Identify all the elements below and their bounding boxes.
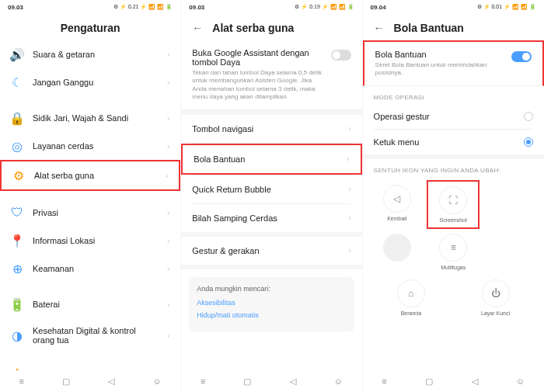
icon-cell-multitask[interactable]: ≡ Multitugas [427, 229, 479, 275]
icon-cell-center[interactable] [371, 229, 424, 275]
settings-item-security[interactable]: ⊕ Keamanan › [0, 255, 180, 283]
header: Pengaturan [0, 14, 180, 40]
nav-home-icon[interactable]: ▢ [243, 376, 251, 387]
section-mode-operasi: MODE OPERASI [363, 86, 544, 104]
item-navigation-keys[interactable]: Tombol navigasi › [181, 115, 361, 143]
screen-pengaturan: 09.03 ⚙ ⚡ 0.21 ⚡ 📶 📶 🔋 Pengaturan 🔊 Suar… [0, 0, 181, 392]
back-icon[interactable]: ← [374, 22, 385, 34]
page-title: Pengaturan [61, 22, 120, 34]
nav-recent-icon[interactable]: ≡ [19, 376, 24, 386]
moon-icon: ☾ [11, 76, 23, 88]
settings-item-smart-services[interactable]: ◎ Layanan cerdas › [0, 132, 180, 160]
screen-alat-serba-guna: 09.03 ⚙ ⚡ 0.19 ⚡ 📶 📶 🔋 ← Alat serba guna… [181, 0, 362, 392]
back-icon: ◁ [383, 185, 411, 213]
settings-item-convenience-tools[interactable]: ⚙ Alat serba guna › [0, 160, 180, 191]
chevron-right-icon: › [167, 237, 169, 245]
chevron-right-icon: › [348, 185, 350, 193]
suggestion-link-auto-onoff[interactable]: Hidup/mati otomatis [197, 311, 346, 319]
nav-bar: ≡ ▢ ◁ ☺ [181, 370, 361, 392]
status-icons: ⚙ ⚡ 0.19 ⚡ 📶 📶 🔋 [295, 4, 354, 10]
center-ball-icon [383, 234, 411, 262]
chevron-right-icon: › [167, 78, 169, 87]
target-icon: ◎ [11, 140, 23, 152]
chevron-right-icon: › [167, 209, 169, 217]
nav-home-icon[interactable]: ▢ [425, 376, 433, 387]
chevron-right-icon: › [167, 114, 169, 123]
icon-cell-back[interactable]: ◁ Kembali [371, 180, 424, 229]
time: 09.03 [189, 4, 204, 11]
toggle-switch[interactable] [331, 50, 351, 61]
status-icons: ⚙ ⚡ 0.21 ⚡ 📶 📶 🔋 [113, 4, 173, 10]
settings-item-privacy[interactable]: 🛡 Privasi › [0, 199, 180, 227]
nav-back-icon[interactable]: ◁ [472, 376, 478, 387]
page-title: Bola Bantuan [394, 22, 464, 34]
item-assistive-ball[interactable]: Bola Bantuan › [181, 144, 361, 175]
icon-cell-screenshot[interactable]: ⛶ Screenshot [427, 180, 479, 229]
time: 09.04 [371, 4, 386, 11]
status-bar: 09.03 ⚙ ⚡ 0.19 ⚡ 📶 📶 🔋 [181, 0, 361, 14]
settings-item-biometrics[interactable]: 🔒 Sidik Jari, Wajah & Sandi › [0, 104, 180, 132]
home-icon: ⌂ [397, 279, 425, 307]
chevron-right-icon: › [167, 300, 169, 309]
radio-gesture[interactable]: Operasi gestur [363, 104, 544, 129]
nav-accessibility-icon[interactable]: ☺ [152, 376, 161, 386]
chevron-right-icon: › [167, 142, 169, 151]
settings-icon: ⚙ [12, 169, 25, 182]
settings-item-location[interactable]: 📍 Informasi Lokasi › [0, 227, 180, 255]
radio-checked-icon [524, 137, 533, 147]
chevron-right-icon: › [348, 246, 350, 255]
header: ← Bola Bantuan [363, 14, 544, 40]
nav-recent-icon[interactable]: ≡ [382, 376, 386, 386]
back-icon[interactable]: ← [192, 22, 203, 34]
google-assistant-toggle[interactable]: Buka Google Assistant dengan tombol Daya… [181, 40, 361, 110]
assistive-ball-toggle-row[interactable]: Bola Bantuan Seret Bola Bantuan untuk me… [363, 40, 544, 86]
status-bar: 09.04 ⚙ ⚡ 0.01 ⚡ 📶 📶 🔋 [363, 0, 544, 14]
screenshot-icon: ⛶ [439, 186, 467, 214]
radio-unchecked-icon [524, 112, 533, 121]
nav-bar: ≡ ▢ ◁ ☺ [363, 370, 544, 392]
time: 09.03 [8, 4, 23, 11]
nav-accessibility-icon[interactable]: ☺ [516, 376, 525, 386]
settings-item-sound[interactable]: 🔊 Suara & getaran › [0, 40, 180, 68]
battery-icon: 🔋 [11, 298, 23, 310]
item-gestures[interactable]: Gestur & gerakan › [181, 237, 361, 265]
page-title: Alat serba guna [212, 22, 294, 34]
suggestions: Anda mungkin mencari: Aksesibilitas Hidu… [189, 277, 354, 331]
header: ← Alat serba guna [181, 14, 361, 40]
nav-home-icon[interactable]: ▢ [62, 376, 70, 387]
nav-back-icon[interactable]: ◁ [290, 376, 296, 387]
status-bar: 09.03 ⚙ ⚡ 0.21 ⚡ 📶 📶 🔋 [0, 0, 180, 14]
item-quick-return-bubble[interactable]: Quick Return Bubble › [181, 175, 361, 203]
screen-bola-bantuan: 09.04 ⚙ ⚡ 0.01 ⚡ 📶 📶 🔋 ← Bola Bantuan Bo… [363, 0, 544, 392]
chevron-right-icon: › [166, 172, 168, 180]
settings-item-dnd[interactable]: ☾ Jangan Ganggu › [0, 68, 180, 96]
toggle-switch[interactable] [511, 51, 532, 62]
icon-cell-lockscreen[interactable]: ⏻ Layar Kunci [469, 275, 522, 321]
nav-recent-icon[interactable]: ≡ [201, 376, 205, 386]
multitask-icon: ≡ [439, 234, 467, 262]
divider [181, 265, 361, 269]
status-icons: ⚙ ⚡ 0.01 ⚡ 📶 📶 🔋 [477, 4, 536, 10]
nav-accessibility-icon[interactable]: ☺ [334, 376, 343, 386]
shield-icon: 🛡 [11, 206, 23, 219]
icon-grid: ◁ Kembali ⛶ Screenshot ≡ Multitugas [363, 177, 544, 324]
chevron-right-icon: › [167, 50, 169, 59]
settings-item-digital-wellbeing[interactable]: ◑ Kesehatan Digital & kontrol orang tua … [0, 318, 180, 352]
section-touch-icon: SENTUH IKON YANG INGIN ANDA UBAH: [363, 159, 544, 177]
chevron-right-icon: › [348, 124, 350, 133]
settings-item-battery[interactable]: 🔋 Baterai › [0, 290, 180, 318]
chevron-right-icon: › [348, 213, 350, 222]
wellbeing-icon: ◑ [11, 329, 23, 342]
volume-icon: 🔊 [11, 48, 23, 61]
nav-back-icon[interactable]: ◁ [108, 376, 114, 387]
suggestion-link-accessibility[interactable]: Aksesibilitas [197, 299, 346, 307]
location-icon: 📍 [11, 234, 23, 247]
radio-tap-menu[interactable]: Ketuk menu [363, 130, 544, 154]
chevron-right-icon: › [167, 331, 169, 340]
chevron-right-icon: › [167, 265, 169, 273]
item-smart-sidebar[interactable]: Bilah Samping Cerdas › [181, 204, 361, 232]
security-icon: ⊕ [11, 262, 23, 275]
nav-bar: ≡ ▢ ◁ ☺ [0, 370, 180, 392]
lock-icon: 🔒 [11, 112, 23, 124]
icon-cell-home[interactable]: ⌂ Beranda [385, 275, 438, 321]
